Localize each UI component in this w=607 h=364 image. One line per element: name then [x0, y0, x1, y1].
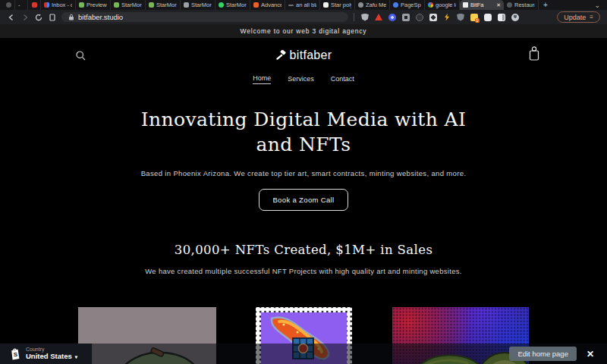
country-selector[interactable]: S Country United States ▾ [0, 344, 93, 364]
url-text: bitfaber.studio [78, 13, 123, 21]
globe-favicon [6, 2, 11, 8]
chrome-update-button[interactable]: Update ≡ [557, 11, 600, 23]
country-labels: Country United States ▾ [26, 347, 77, 361]
browser-tab[interactable]: Preview [76, 0, 111, 10]
tab-title: - [18, 2, 24, 8]
nav-link-services[interactable]: Services [288, 75, 314, 83]
browser-tab[interactable]: StarMorp [181, 0, 215, 10]
cart-bag-icon[interactable] [528, 46, 540, 62]
tab-close-icon[interactable]: ✕ [496, 2, 501, 8]
google-favicon [428, 2, 433, 8]
green-star-favicon [219, 2, 224, 8]
book-zoom-call-button[interactable]: Book a Zoom Call [259, 189, 348, 211]
country-value: United States ▾ [26, 353, 77, 361]
browser-tab[interactable]: Star poly [320, 0, 355, 10]
hammer-logo-icon [275, 50, 286, 61]
browser-tab[interactable]: Inbox - d [41, 0, 76, 10]
browser-tab[interactable]: StarMorp [146, 0, 181, 10]
notes-badge: 1 [475, 18, 480, 23]
browser-tab[interactable]: StarMorp [215, 0, 250, 10]
bookmark-icon[interactable] [48, 13, 56, 21]
stats-subtitle: We have created multiple successful NFT … [0, 267, 607, 275]
browser-tab[interactable]: Zafu Me [355, 0, 390, 10]
close-icon[interactable]: ✕ [587, 349, 594, 359]
forward-icon[interactable] [20, 13, 29, 21]
shopify-favicon [114, 2, 119, 8]
bitfaber-page: Welcome to our web 3 digital agency bitf… [0, 24, 607, 364]
ad-blocker-extension-icon[interactable] [375, 14, 382, 21]
tab-title: Preview [86, 2, 107, 8]
browser-tab[interactable] [2, 0, 15, 10]
side-panel-icon[interactable] [498, 14, 505, 21]
tab-title: Zafu Me [366, 2, 386, 8]
tab-title: StarMorp [226, 2, 247, 8]
tab-title: Advance [261, 2, 281, 8]
dash-favicon [288, 5, 294, 6]
dark-circle-extension-icon[interactable] [416, 14, 423, 21]
announcement-bar: Welcome to our web 3 digital agency [0, 24, 607, 38]
nav-link-contact[interactable]: Contact [331, 75, 354, 83]
browser-tab[interactable]: PageSpe [390, 0, 425, 10]
pagespeed-favicon [393, 2, 398, 8]
new-tab-button[interactable]: + [539, 0, 552, 10]
tab-title: BitFa [470, 2, 494, 8]
gmail-favicon [44, 2, 49, 8]
country-value-text: United States [26, 353, 72, 361]
extensions-puzzle-icon[interactable] [484, 14, 492, 21]
tab-title: StarMorp [121, 2, 142, 8]
hero-title: Innovating Digital Media with AI and NFT… [133, 108, 474, 157]
tab-title: StarMorp [156, 2, 177, 8]
tab-title: Restaura [514, 2, 535, 8]
back-icon[interactable] [7, 13, 15, 21]
shopify-favicon [149, 2, 154, 8]
update-label: Update [564, 14, 586, 21]
browser-tab-active[interactable]: BitFa✕ [460, 0, 504, 10]
browser-tab[interactable]: Restaura [504, 0, 539, 10]
nav-link-home[interactable]: Home [253, 74, 271, 84]
notes-extension-icon[interactable]: 1 [470, 14, 478, 21]
reload-icon[interactable] [34, 13, 42, 21]
address-bar[interactable]: bitfaber.studio [61, 12, 348, 22]
site-logo[interactable]: bitfaber [275, 49, 332, 62]
browser-tab[interactable]: an all bla [285, 0, 320, 10]
tab-title: PageSpe [401, 2, 421, 8]
tab-search-chevron-icon[interactable]: ⌄ [587, 0, 607, 10]
browser-tab[interactable]: google lo [425, 0, 460, 10]
history-clock-extension-icon[interactable] [429, 14, 437, 21]
shopify-preview-bar: S Country United States ▾ Edit home page… [0, 344, 607, 364]
chevron-down-icon: ▾ [75, 354, 77, 359]
avatar-favicon [358, 2, 363, 8]
site-logo-text: bitfaber [290, 49, 332, 62]
edit-home-page-button[interactable]: Edit home page [509, 347, 577, 361]
browser-menu-icon[interactable]: ≡ [590, 14, 593, 20]
browser-tab[interactable]: Advance [250, 0, 285, 10]
main-navigation: Home Services Contact [0, 73, 607, 85]
shield-extension-icon[interactable] [361, 14, 369, 21]
stats-title: 30,000+ NFTs Created, $1M+ in Sales [0, 243, 607, 257]
lock-icon [68, 14, 74, 20]
browser-tab[interactable] [28, 0, 41, 10]
orange-app-favicon [253, 2, 259, 8]
hero-section: Innovating Digital Media with AI and NFT… [0, 108, 607, 211]
tab-strip-spacer [552, 0, 587, 10]
stats-section: 30,000+ NFTs Created, $1M+ in Sales We h… [0, 243, 607, 275]
shopify-favicon [79, 2, 84, 8]
lightning-extension-icon[interactable] [443, 14, 451, 21]
browser-toolbar: bitfaber.studio 1 Update ≡ [0, 10, 607, 24]
bitfaber-favicon [463, 2, 468, 8]
search-icon[interactable] [75, 50, 86, 61]
profile-avatar-icon[interactable] [511, 14, 519, 21]
tab-title: google lo [436, 2, 456, 8]
svg-text:S: S [14, 351, 18, 358]
announcement-text: Welcome to our web 3 digital agency [241, 27, 367, 35]
wikipedia-favicon [323, 2, 329, 8]
browser-tab[interactable]: - [15, 0, 28, 10]
screenshot-extension-icon[interactable] [402, 14, 410, 21]
generic-favicon [184, 2, 189, 8]
privacy-shield-extension-icon[interactable] [457, 14, 464, 21]
tab-title: StarMorp [191, 2, 212, 8]
tab-title: an all bla [296, 2, 316, 8]
browser-tab[interactable]: StarMorp [111, 0, 146, 10]
hero-subtitle: Based in Phoenix Arizona. We create top … [0, 169, 607, 177]
blue-circle-extension-icon[interactable] [388, 14, 396, 21]
